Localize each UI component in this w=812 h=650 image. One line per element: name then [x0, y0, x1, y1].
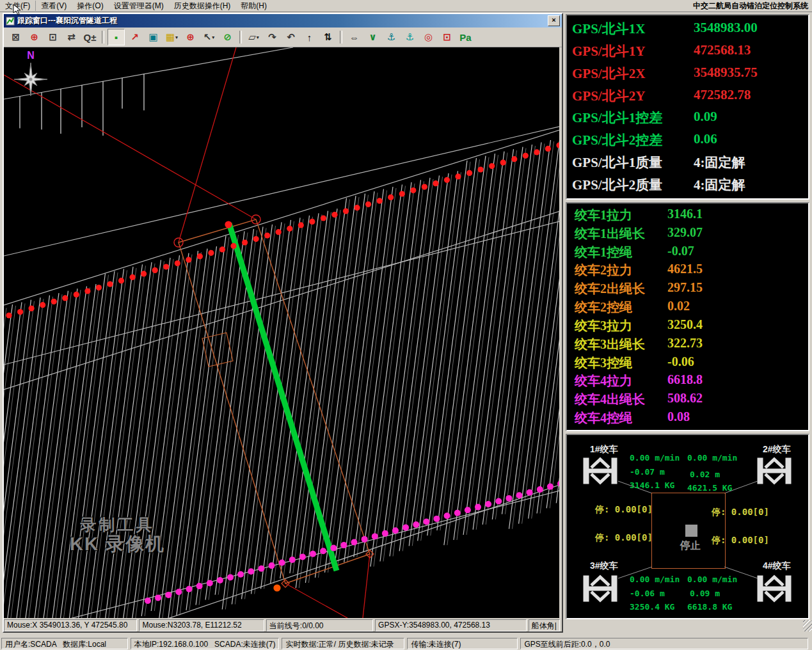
- status-segment: 用户名:SCADA 数据库:Local: [1, 638, 128, 649]
- winch1-force: 3146.1 KG: [630, 480, 674, 490]
- winch4-rope: 0.09 m: [690, 589, 720, 598]
- monitor-icon[interactable]: ▣: [145, 29, 162, 45]
- fit-width-icon[interactable]: ⇔: [346, 29, 363, 45]
- winch3-rope: -0.06 m: [630, 589, 665, 598]
- winch4-speed: 0.00 m/min: [687, 575, 737, 584]
- no-draw-icon[interactable]: ⊘: [219, 29, 236, 45]
- pan-icon[interactable]: ⇄: [63, 29, 80, 45]
- zoom-extents-icon[interactable]: ⊠: [7, 29, 24, 45]
- move-point-icon[interactable]: ↗: [126, 29, 143, 45]
- winch-diagram-panel: 1#绞车 2#绞车 3#绞车 4#绞车 0.00 m/min 0.00 m/mi…: [566, 434, 809, 619]
- status-segment: 船体角|: [529, 619, 560, 631]
- menu-item-5[interactable]: 帮助(H): [235, 1, 272, 11]
- data-row: GPS/北斗2X 3548935.75: [567, 65, 808, 83]
- stop-button-label: 停止: [680, 539, 701, 553]
- data-row: 绞车2控绳 0.02: [567, 299, 808, 316]
- app-title: 中交二航局自动锚泊定位控制系统: [693, 1, 812, 12]
- status-segment: GPSX-Y:3548983.00, 472568.13: [375, 619, 527, 631]
- data-row: 绞车4拉力 6618.8: [567, 372, 808, 390]
- window-status-bar: Mouse:X 3549013.36, Y 472545.80Mouse:N32…: [4, 618, 562, 631]
- data-row: 绞车4控绳 0.08: [567, 409, 808, 427]
- winch2-speed: 0.00 m/min: [687, 453, 737, 463]
- winch-icon: [584, 576, 617, 601]
- winch2-label: 2#绞车: [763, 444, 791, 456]
- tunnel-plan-drawing: N: [4, 47, 559, 618]
- close-icon[interactable]: ×: [548, 15, 560, 26]
- status-segment: 本地IP:192.168.0.100 SCADA:未连接(7): [131, 638, 280, 649]
- toolbar: ⊠ ⊕ ⊡ ⇄ Q± ▪ ↗ ▣ ▦▾ ⊕ ↖▾ ⊘ ▱▾ ↷ ↶ ↑ ⇅ ⇔ …: [4, 28, 562, 47]
- select-arrow-icon[interactable]: ↖▾: [200, 29, 218, 45]
- tracking-window-titlebar[interactable]: 跟踪窗口---襄阳沉管隧道工程 ×: [4, 14, 562, 28]
- zoom-window-icon[interactable]: ⊡: [44, 29, 61, 45]
- data-row: 绞车4出绳长 508.62: [567, 391, 808, 408]
- resize-grip[interactable]: [803, 620, 812, 631]
- winch3-speed: 0.00 m/min: [630, 575, 680, 584]
- winch2-rope: 0.02 m: [690, 470, 720, 479]
- eraser-icon[interactable]: ▱▾: [245, 29, 262, 45]
- winch1-speed: 0.00 m/min: [630, 453, 680, 463]
- up-arrow-icon[interactable]: ↑: [301, 29, 318, 45]
- toolbar-separator: [102, 31, 104, 44]
- status-segment: Mouse:X 3549013.36, Y 472545.80: [4, 619, 137, 631]
- stop-button[interactable]: [685, 525, 697, 537]
- crosshair-icon[interactable]: ⊕: [182, 29, 199, 45]
- anchor-up-icon[interactable]: ⚓: [383, 29, 400, 45]
- data-row: GPS/北斗1质量 4:固定解: [567, 154, 808, 171]
- redo-icon[interactable]: ↷: [264, 29, 281, 45]
- menu-item-2[interactable]: 操作(O): [72, 1, 108, 11]
- menu-item-1[interactable]: 查看(V): [36, 1, 72, 11]
- winch2-force: 4621.5 KG: [687, 483, 732, 493]
- curve-check-icon[interactable]: ∨: [364, 29, 381, 45]
- data-row: GPS/北斗2Y 472582.78: [567, 87, 808, 105]
- winch4-force: 6618.8 KG: [687, 602, 732, 612]
- window-icon: [6, 17, 15, 26]
- tracking-window: 跟踪窗口---襄阳沉管隧道工程 × ⊠ ⊕ ⊡ ⇄ Q± ▪ ↗ ▣ ▦▾ ⊕ …: [3, 13, 563, 633]
- winch1-stop-status: 停: 0.00[0]: [595, 504, 653, 516]
- compass-rose: N: [14, 50, 47, 96]
- map-canvas[interactable]: N 录制工具 KK 录像机: [4, 47, 559, 618]
- toolbar-separator: [340, 31, 342, 44]
- menu-item-4[interactable]: 历史数据操作(H): [169, 1, 236, 11]
- data-row: GPS/北斗1Y 472568.13: [567, 42, 808, 60]
- application-window: 文件(F)查看(V)操作(O)设置管理器(M)历史数据操作(H)帮助(H) 中交…: [0, 0, 812, 650]
- data-row: 绞车2拉力 4621.5: [567, 262, 808, 279]
- target-circle-icon[interactable]: ◎: [420, 29, 437, 45]
- winch3-stop-status: 停: 0.00[0]: [595, 532, 653, 544]
- data-row: 绞车3拉力 3250.4: [567, 317, 808, 335]
- record-box-icon[interactable]: ⊡: [438, 29, 456, 45]
- pa-icon[interactable]: Pa: [457, 29, 474, 45]
- track-point-icon[interactable]: ▪: [107, 29, 125, 45]
- target-center-icon[interactable]: ⊕: [26, 29, 43, 45]
- updown-arrow-icon[interactable]: ⇅: [319, 29, 337, 45]
- winch4-label: 4#绞车: [763, 560, 791, 572]
- data-row: 绞车2出绳长 297.15: [567, 280, 808, 297]
- winch-icon: [584, 458, 617, 484]
- winch1-label: 1#绞车: [590, 444, 618, 456]
- anchor-down-icon[interactable]: ⚓: [401, 29, 418, 45]
- data-row: 绞车3出绳长 322.73: [567, 336, 808, 353]
- status-segment: GPS至线前后距:0.0，0.0: [520, 638, 808, 649]
- status-segment: 传输:未连接(7): [407, 638, 518, 649]
- zoom-scale-icon[interactable]: Q±: [81, 29, 99, 45]
- data-row: GPS/北斗1X 3548983.00: [567, 20, 808, 38]
- mouse-cursor: [13, 4, 22, 15]
- data-row: GPS/北斗1控差 0.09: [567, 109, 808, 127]
- winch3-label: 3#绞车: [590, 560, 618, 572]
- toolbar-separator: [239, 31, 242, 44]
- status-segment: Mouse:N3203.78, E11212.52: [139, 619, 264, 631]
- winch-data-panel: 绞车1拉力 3146.1 绞车1出绳长 329.07 绞车1控绳 -0.07 绞…: [566, 202, 809, 431]
- undo-icon[interactable]: ↶: [282, 29, 299, 45]
- data-row: 绞车1控绳 -0.07: [567, 244, 808, 261]
- data-row: GPS/北斗2控差 0.06: [567, 131, 808, 149]
- vessel-outline: 停止: [651, 493, 726, 569]
- data-row: 绞车1出绳长 329.07: [567, 225, 808, 242]
- menu-item-3[interactable]: 设置管理器(M): [109, 1, 169, 11]
- grid-icon[interactable]: ▦▾: [163, 29, 180, 45]
- winch3-force: 3250.4 KG: [630, 602, 674, 612]
- window-title: 跟踪窗口---襄阳沉管隧道工程: [17, 15, 548, 26]
- data-row: GPS/北斗2质量 4:固定解: [567, 176, 808, 194]
- north-label: N: [27, 50, 35, 61]
- status-segment: 当前线号:0/0.00: [266, 619, 373, 631]
- winch-icon: [758, 576, 791, 601]
- data-row: 绞车1拉力 3146.1: [567, 207, 808, 224]
